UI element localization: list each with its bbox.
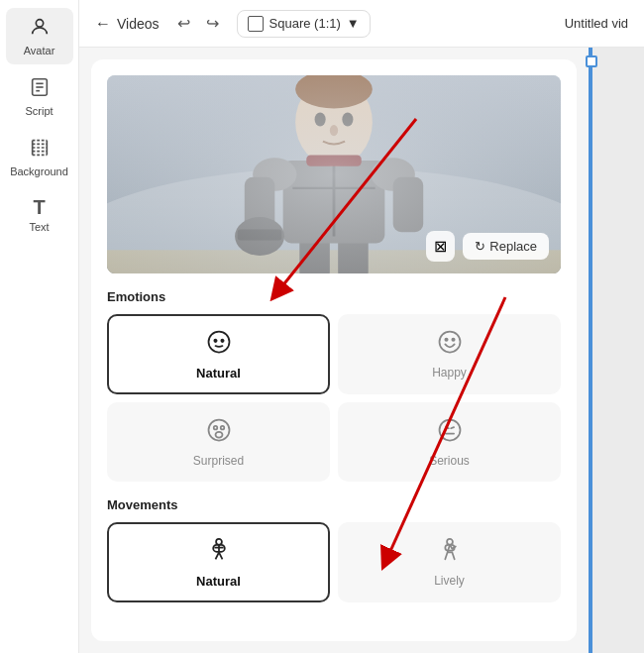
- emotion-serious-label: Serious: [429, 454, 470, 468]
- emotions-label: Emotions: [107, 289, 561, 304]
- format-icon: [248, 16, 264, 32]
- sidebar: Avatar Script Background: [0, 0, 79, 653]
- svg-point-37: [439, 332, 460, 353]
- svg-point-44: [439, 420, 460, 441]
- sidebar-item-avatar-label: Avatar: [24, 45, 55, 56]
- movement-natural[interactable]: Natural: [107, 522, 330, 602]
- svg-point-39: [452, 339, 454, 341]
- emotions-grid: Natural Happy: [107, 314, 561, 482]
- chevron-down-icon: ▼: [347, 16, 360, 31]
- main-area: ← Videos ↩ ↪ Square (1:1) ▼ Untitled vid: [79, 0, 644, 653]
- crop-button[interactable]: ⊠: [426, 231, 455, 262]
- sidebar-item-script-label: Script: [25, 105, 53, 117]
- replace-icon: ↻: [475, 239, 485, 254]
- movements-grid: Natural Lively: [107, 522, 561, 602]
- replace-label: Replace: [489, 239, 537, 254]
- emotion-natural[interactable]: Natural: [107, 314, 330, 394]
- svg-line-52: [219, 552, 223, 559]
- emotion-serious[interactable]: Serious: [338, 402, 561, 482]
- movement-lively-icon: [436, 536, 464, 568]
- sidebar-item-avatar[interactable]: Avatar: [6, 8, 73, 64]
- emotion-surprised-icon: [205, 416, 233, 448]
- svg-line-46: [451, 427, 454, 428]
- script-icon: [29, 76, 51, 101]
- svg-line-51: [215, 552, 219, 559]
- sidebar-item-background-label: Background: [10, 165, 68, 177]
- emotion-surprised-label: Surprised: [193, 454, 244, 468]
- svg-point-38: [445, 339, 447, 341]
- header: ← Videos ↩ ↪ Square (1:1) ▼ Untitled vid: [79, 0, 644, 48]
- timeline-handle[interactable]: [586, 55, 597, 67]
- back-icon: ←: [95, 15, 111, 33]
- background-icon: [29, 137, 51, 162]
- sidebar-item-text[interactable]: T Text: [6, 189, 73, 241]
- svg-point-43: [215, 432, 222, 438]
- svg-point-35: [214, 340, 216, 342]
- emotion-happy[interactable]: Happy: [338, 314, 561, 394]
- svg-point-0: [36, 20, 43, 27]
- emotion-natural-icon: [205, 328, 233, 360]
- emotion-serious-icon: [436, 416, 464, 448]
- format-selector[interactable]: Square (1:1) ▼: [237, 10, 371, 38]
- avatar-icon: [29, 16, 51, 41]
- movement-lively-label: Lively: [434, 574, 465, 588]
- avatar-actions: ⊠ ↻ Replace: [426, 231, 549, 262]
- text-icon: T: [33, 197, 45, 217]
- sidebar-item-text-label: Text: [29, 221, 49, 233]
- redo-button[interactable]: ↪: [200, 10, 225, 37]
- avatar-preview: ⊠ ↻ Replace: [107, 75, 561, 273]
- emotion-surprised[interactable]: Surprised: [107, 402, 330, 482]
- back-button[interactable]: ← Videos: [95, 15, 160, 33]
- emotion-happy-icon: [436, 328, 464, 360]
- avatar-settings-panel: ⊠ ↻ Replace Emotions: [91, 59, 577, 641]
- svg-line-45: [445, 427, 448, 428]
- emotion-happy-label: Happy: [432, 366, 467, 380]
- movement-natural-label: Natural: [196, 574, 241, 589]
- sidebar-item-background[interactable]: Background: [6, 129, 73, 185]
- content-panel: ⊠ ↻ Replace Emotions: [79, 48, 644, 653]
- timeline-indicator: [590, 48, 592, 653]
- sidebar-item-script[interactable]: Script: [6, 68, 73, 125]
- movements-label: Movements: [107, 497, 561, 512]
- svg-point-34: [208, 332, 229, 353]
- movement-lively[interactable]: Lively: [338, 522, 561, 602]
- project-title: Untitled vid: [565, 16, 628, 31]
- right-preview-panel: [589, 48, 644, 653]
- svg-point-42: [220, 426, 224, 430]
- nav-buttons: ↩ ↪: [171, 10, 225, 37]
- emotion-natural-label: Natural: [196, 366, 241, 381]
- back-label: Videos: [117, 16, 160, 32]
- svg-point-36: [221, 340, 223, 342]
- undo-button[interactable]: ↩: [171, 10, 196, 37]
- movement-natural-icon: [205, 536, 233, 568]
- svg-point-41: [213, 426, 217, 430]
- replace-button[interactable]: ↻ Replace: [463, 233, 549, 260]
- format-label: Square (1:1): [269, 16, 341, 31]
